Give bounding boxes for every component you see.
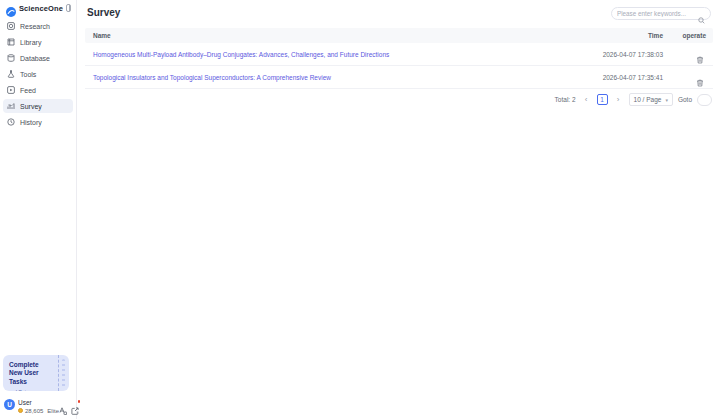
- user-actions: [59, 399, 79, 409]
- survey-table: Name Time operate Homogeneous Multi-Payl…: [85, 28, 713, 89]
- tools-icon: [7, 70, 15, 78]
- sidebar-item-label: Research: [20, 23, 50, 30]
- table-row: Homogeneous Multi-Payload Antibody–Drug …: [85, 43, 713, 66]
- page-size-select[interactable]: 10 / Page ▾: [629, 93, 673, 106]
- sidebar-collapse-icon[interactable]: [66, 4, 71, 12]
- column-header-name: Name: [85, 32, 533, 39]
- sidebar-item-label: History: [20, 119, 42, 126]
- sidebar-item-label: Library: [20, 39, 41, 46]
- sidebar-item-label: Database: [20, 55, 50, 62]
- library-icon: [7, 38, 15, 46]
- survey-title-link[interactable]: Homogeneous Multi-Payload Antibody–Drug …: [85, 51, 533, 58]
- database-icon: [7, 54, 15, 62]
- search-input[interactable]: [617, 10, 698, 17]
- column-header-operate: operate: [663, 32, 713, 39]
- table-header-row: Name Time operate: [85, 28, 713, 43]
- research-icon: [7, 22, 15, 30]
- sidebar-item-library[interactable]: Library: [3, 35, 73, 49]
- sidebar: ScienceOne Research Library Database: [0, 0, 77, 419]
- survey-title-link[interactable]: Topological Insulators and Topological S…: [85, 74, 533, 81]
- user-tier-badge: Elite: [47, 408, 59, 414]
- goto-label: Goto: [678, 96, 692, 103]
- promo-title-line1: Complete: [9, 361, 58, 369]
- sidebar-item-label: Feed: [20, 87, 36, 94]
- user-info: User 28,605 Elite: [18, 399, 59, 414]
- page-title: Survey: [87, 7, 120, 18]
- delete-icon[interactable]: [696, 50, 704, 58]
- brand: ScienceOne: [0, 0, 76, 15]
- column-header-time: Time: [533, 32, 663, 39]
- delete-icon[interactable]: [696, 73, 704, 81]
- new-user-tasks-promo-card[interactable]: Complete New User Tasks and Get up to ⟶ …: [3, 355, 69, 391]
- user-profile[interactable]: U User 28,605 Elite: [4, 399, 74, 414]
- page-number-button[interactable]: 1: [597, 94, 608, 105]
- scienceone-logo-icon: [6, 3, 16, 13]
- user-points: 28,605: [25, 408, 43, 414]
- user-name: User: [18, 399, 59, 406]
- survey-time: 2026-04-07 17:38:03: [533, 51, 663, 58]
- sidebar-item-survey[interactable]: Survey: [3, 99, 73, 113]
- prev-page-icon[interactable]: ‹: [581, 94, 592, 105]
- sidebar-item-research[interactable]: Research: [3, 19, 73, 33]
- coin-icon: [18, 408, 23, 413]
- chevron-down-icon: ▾: [665, 97, 668, 103]
- sidebar-item-database[interactable]: Database: [3, 51, 73, 65]
- survey-icon: [7, 102, 15, 110]
- sidebar-item-feed[interactable]: Feed: [3, 83, 73, 97]
- pagination-total: Total: 2: [555, 96, 576, 103]
- promo-title-line2: New User Tasks: [9, 369, 58, 386]
- language-switch-icon[interactable]: [59, 401, 67, 409]
- promo-ticket-stub: [58, 355, 69, 391]
- avatar[interactable]: U: [4, 399, 15, 410]
- feed-icon: [7, 86, 15, 94]
- survey-time: 2026-04-07 17:35:41: [533, 74, 663, 81]
- search-box[interactable]: [611, 7, 711, 20]
- pagination: Total: 2 ‹ 1 › 10 / Page ▾ Goto: [555, 93, 712, 106]
- history-icon: [7, 118, 15, 126]
- sidebar-item-label: Survey: [20, 103, 42, 110]
- sidebar-item-history[interactable]: History: [3, 115, 73, 129]
- brand-name: ScienceOne: [19, 4, 63, 13]
- sidebar-nav: Research Library Database Tools: [0, 17, 76, 133]
- app-window: ScienceOne Research Library Database: [0, 0, 720, 419]
- sidebar-item-tools[interactable]: Tools: [3, 67, 73, 81]
- next-page-icon[interactable]: ›: [613, 94, 624, 105]
- main-content: Survey Name Time operate Homogeneous Mul…: [78, 0, 720, 419]
- promo-content: Complete New User Tasks and Get up to ⟶ …: [3, 355, 58, 391]
- sidebar-item-label: Tools: [20, 71, 36, 78]
- goto-page-input[interactable]: [697, 94, 712, 106]
- promo-subtitle: and Get up to: [9, 390, 30, 391]
- page-size-value: 10 / Page: [634, 96, 662, 103]
- table-row: Topological Insulators and Topological S…: [85, 66, 713, 89]
- search-icon[interactable]: [698, 10, 705, 17]
